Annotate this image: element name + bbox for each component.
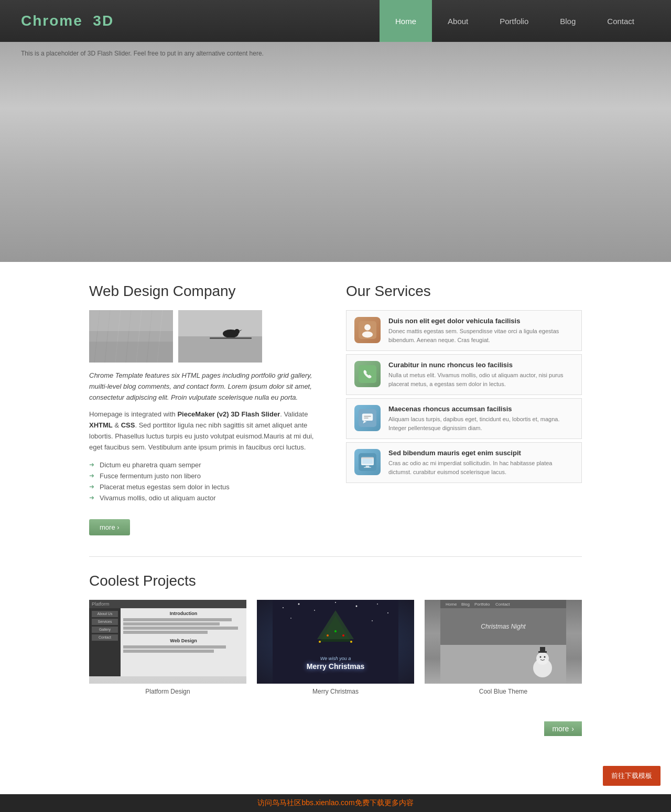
- svg-point-60: [540, 656, 542, 657]
- body-text: Homepage is integrated with PieceMaker (…: [89, 409, 325, 453]
- svg-rect-9: [89, 342, 173, 363]
- svg-point-37: [387, 612, 388, 613]
- more-projects-label: more: [552, 725, 569, 733]
- projects-title: Coolest Projects: [89, 573, 582, 589]
- service-title-1: Duis non elit eget dolor vehicula facili…: [388, 317, 573, 325]
- sidebar-item-services: Services: [92, 619, 118, 625]
- sidebar-item-about: About Us: [92, 611, 118, 617]
- coolblue-svg: Home Blog Portfolio Contact Christmas Ni…: [425, 600, 582, 684]
- xhtml-bold: XHTML: [89, 421, 113, 429]
- svg-point-44: [319, 641, 321, 643]
- piecemaker-bold: PieceMaker (v2) 3D Flash Slider: [177, 410, 280, 418]
- christmas-stars-svg: We wish you a Merry Christmas: [257, 600, 414, 684]
- service-title-4: Sed bibendum mauris eget enim suscipit: [388, 449, 573, 457]
- logo: Chrome 3D: [21, 13, 114, 29]
- sidebar-item-gallery: Gallery: [92, 627, 118, 633]
- service-item-1: Duis non elit eget dolor vehicula facili…: [346, 310, 582, 351]
- svg-point-59: [536, 652, 549, 665]
- service-content-4: Sed bibendum mauris eget enim suscipit C…: [388, 449, 573, 476]
- projects-grid: Platform About Us Services Gallery Conta…: [89, 600, 582, 695]
- service-desc-3: Aliquam lacus turpis, dapibus eget, tinc…: [388, 415, 573, 432]
- bird-image: [178, 310, 262, 363]
- bar-3: [123, 627, 238, 630]
- bar-5: [123, 645, 226, 649]
- header: Chrome 3D Home About Portfolio Blog Cont…: [0, 0, 671, 42]
- nav: Home About Portfolio Blog Contact: [380, 0, 650, 42]
- nav-about[interactable]: About: [432, 0, 484, 42]
- bird-svg: [178, 310, 262, 363]
- monitor-svg: [359, 453, 376, 471]
- css-bold: CSS: [121, 421, 135, 429]
- service-icon-chat: [354, 405, 381, 431]
- service-content-3: Maecenas rhoncus accumsan facilisis Aliq…: [388, 405, 573, 432]
- bar-4: [123, 631, 208, 634]
- nav-portfolio[interactable]: Portfolio: [484, 0, 544, 42]
- bullet-item-2: Fusce fermentum justo non libero: [89, 470, 325, 481]
- platform-main-content: Introduction Web Design: [121, 608, 246, 676]
- svg-point-32: [298, 603, 300, 605]
- project-thumb-coolblue: Home Blog Portfolio Contact Christmas Ni…: [425, 600, 582, 684]
- main-content: Web Design Company: [79, 262, 592, 556]
- svg-rect-29: [362, 459, 373, 464]
- svg-rect-8: [89, 310, 173, 331]
- project-thumb-platform: Platform About Us Services Gallery Conta…: [89, 600, 246, 684]
- project-label-coolblue: Cool Blue Theme: [425, 688, 582, 695]
- svg-rect-19: [359, 365, 376, 383]
- bullet-list: Dictum eu pharetra quam semper Fusce fer…: [89, 459, 325, 503]
- svg-point-46: [334, 630, 337, 632]
- sidebar-item-contact: Contact: [92, 634, 118, 641]
- svg-point-38: [290, 618, 291, 619]
- svg-rect-21: [362, 414, 373, 421]
- svg-point-35: [356, 605, 358, 607]
- svg-rect-28: [364, 467, 371, 468]
- service-desc-2: Nulla ut metus elit. Vivamus mollis, odi…: [388, 371, 573, 388]
- nav-contact[interactable]: Contact: [591, 0, 650, 42]
- more-button[interactable]: more: [89, 519, 130, 535]
- svg-point-34: [335, 602, 336, 603]
- right-column: Our Services Duis non elit eget dolor ve…: [346, 283, 582, 535]
- service-desc-1: Donec mattis egestas sem. Suspendisse vi…: [388, 327, 573, 344]
- svg-text:Portfolio: Portfolio: [474, 602, 490, 607]
- projects-section: Coolest Projects Platform About Us Servi…: [79, 573, 592, 716]
- hero-section: This is a placeholder of 3D Flash Slider…: [0, 42, 671, 262]
- svg-point-47: [342, 634, 344, 637]
- rain-image: [89, 310, 173, 363]
- project-card-christmas: We wish you a Merry Christmas Merry Chri…: [257, 600, 414, 695]
- service-item-2: Curabitur in nunc rhoncus leo facilisis …: [346, 354, 582, 395]
- svg-point-14: [234, 329, 240, 334]
- more-projects-button[interactable]: more ›: [544, 721, 582, 736]
- svg-text:Christmas Night: Christmas Night: [481, 623, 526, 630]
- platform-intro-title: Introduction: [123, 611, 244, 616]
- bullet-item-4: Vivamus mollis, odio ut aliquam auctor: [89, 492, 325, 503]
- phone-svg: [359, 365, 376, 383]
- svg-rect-63: [540, 647, 545, 651]
- svg-rect-22: [364, 416, 371, 417]
- project-card-platform: Platform About Us Services Gallery Conta…: [89, 600, 246, 695]
- nav-blog[interactable]: Blog: [544, 0, 591, 42]
- logo-accent: 3D: [93, 13, 114, 29]
- section-divider: [89, 556, 582, 557]
- more-arrow-icon: ›: [571, 725, 574, 733]
- platform-body: About Us Services Gallery Contact Introd…: [89, 608, 246, 676]
- bar-6: [123, 650, 214, 653]
- svg-point-17: [364, 324, 371, 331]
- svg-rect-12: [178, 336, 262, 363]
- left-column: Web Design Company: [89, 283, 325, 535]
- nav-home[interactable]: Home: [380, 0, 432, 42]
- svg-point-31: [283, 607, 284, 608]
- platform-nav-bar: Platform: [89, 600, 246, 608]
- italic-description: Chrome Template features six HTML pages …: [89, 370, 325, 403]
- svg-text:Merry Christmas: Merry Christmas: [307, 662, 365, 671]
- project-label-platform: Platform Design: [89, 688, 246, 695]
- more-projects-container: more ›: [79, 721, 592, 736]
- logo-text: Chrome: [21, 13, 83, 29]
- svg-point-36: [377, 603, 378, 605]
- service-content-2: Curabitur in nunc rhoncus leo facilisis …: [388, 361, 573, 388]
- platform-sidebar: About Us Services Gallery Contact: [89, 608, 121, 676]
- platform-bars-2: [123, 645, 244, 653]
- svg-point-45: [327, 634, 329, 637]
- rain-svg: [89, 310, 173, 363]
- svg-point-39: [372, 620, 373, 621]
- hero-placeholder-text: This is a placeholder of 3D Flash Slider…: [21, 50, 650, 57]
- service-desc-4: Cras ac odio ac mi imperdiat sollicitudi…: [388, 459, 573, 476]
